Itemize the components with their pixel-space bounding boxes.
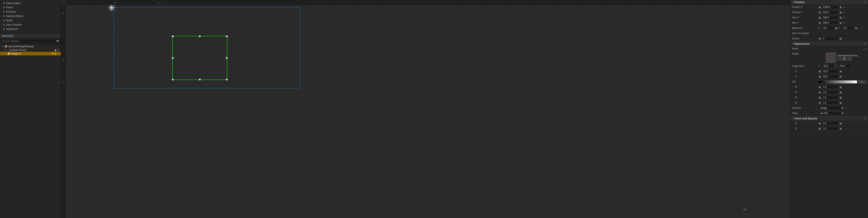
decrement-btn[interactable]: ◀	[818, 70, 821, 73]
increment-btn[interactable]: ▶	[840, 22, 842, 24]
position-y-input[interactable]	[822, 10, 839, 14]
color-opacity-header[interactable]: ▼ Color and Opacity ↺	[790, 116, 868, 121]
search-input[interactable]	[1, 39, 56, 43]
decrement-btn[interactable]: ◀	[818, 11, 821, 14]
eye-icon[interactable]: 👁	[57, 52, 59, 55]
increment-btn[interactable]: ▶	[840, 6, 842, 9]
increment-btn[interactable]: ▶	[840, 70, 842, 73]
lock-icon[interactable]: 🔒	[54, 52, 57, 55]
decrement-btn[interactable]: ◀	[818, 91, 821, 94]
sidebar-item-user-created[interactable]: ▶ User Created	[0, 23, 61, 27]
image-size-x-input[interactable]	[822, 64, 834, 68]
size-y-input[interactable]	[822, 21, 839, 25]
reset-btn[interactable]: ↺	[843, 22, 845, 24]
draw-as-dropdown[interactable]: Image	[818, 106, 844, 110]
increment-btn[interactable]: ▶	[855, 27, 858, 30]
image-browse-btn[interactable]: ←	[837, 57, 842, 61]
handle-br[interactable]	[226, 79, 228, 80]
ruler-tick: 1000	[61, 81, 65, 83]
image-clear-btn[interactable]: 🔍	[842, 57, 847, 61]
lock-icon[interactable]: 🔒	[54, 49, 57, 51]
position-header[interactable]: ▼ Position ↺	[790, 0, 868, 4]
a-input[interactable]	[822, 101, 839, 105]
handle-bm[interactable]	[199, 79, 201, 80]
image-size-y-input[interactable]	[839, 64, 851, 68]
handle-ml[interactable]	[172, 57, 174, 59]
decrement-btn[interactable]: ◀	[818, 102, 821, 104]
alignment-x-input[interactable]	[822, 26, 834, 30]
reset-btn[interactable]: ↺	[843, 11, 845, 13]
reset-btn[interactable]: ↺	[843, 6, 845, 8]
sidebar-label: Special Effects	[6, 14, 24, 17]
decrement-btn[interactable]: ◀	[818, 6, 821, 9]
x-label: X	[818, 65, 822, 67]
decrement-btn[interactable]: ◀	[818, 37, 821, 40]
decrement-btn[interactable]: ◀	[818, 86, 821, 88]
increment-btn[interactable]: ▶	[840, 127, 842, 130]
inherit-btn[interactable]: Inhe...	[858, 80, 867, 83]
handle-tr[interactable]	[226, 36, 228, 37]
increment-btn[interactable]: ▶	[840, 86, 842, 88]
tree-item-root[interactable]: ▼ 📦 [Show3DWidgetWidget]	[0, 45, 61, 48]
reset-icon[interactable]: ↺	[864, 42, 866, 45]
position-x-input[interactable]	[822, 5, 839, 9]
prop-value: ◀ ▶ ↺	[818, 10, 867, 14]
x-input[interactable]	[822, 70, 839, 73]
sidebar-item-special-effects[interactable]: ▶ Special Effects	[0, 14, 61, 18]
b-input[interactable]	[822, 96, 839, 99]
prop-value: ◀ ▶	[818, 96, 867, 99]
increment-btn[interactable]: ▶	[840, 11, 842, 14]
image-edit-btn[interactable]: ✎	[848, 57, 852, 61]
zorder-input[interactable]	[822, 37, 839, 40]
prop-value: ◀ ▶ ↺	[818, 16, 867, 19]
sidebar-item-synth[interactable]: ▶ Synth	[0, 18, 61, 23]
decrement-btn[interactable]: ◀	[818, 96, 821, 99]
increment-btn[interactable]: ▶	[840, 37, 842, 40]
appearance-header[interactable]: ▼ Appearance ↺	[790, 41, 868, 46]
increment-btn[interactable]: ▶	[840, 102, 842, 104]
size-x-input[interactable]	[822, 16, 839, 19]
decrement-btn[interactable]: ◀	[818, 22, 821, 24]
main-canvas[interactable]: ✳ 0 500 1000 500 0 -500 1000 ↗	[61, 0, 790, 218]
sidebar-item-primitive[interactable]: ▶ Primitive	[0, 9, 61, 14]
eye-icon[interactable]: 👁	[57, 49, 59, 51]
tree-item-canvas[interactable]: ▼ □ [Canvas Panel] 🔒 👁	[0, 48, 61, 52]
reset-icon[interactable]: ↺	[865, 47, 867, 50]
reset-icon[interactable]: ↺	[864, 1, 866, 4]
color-g-input[interactable]	[822, 127, 839, 131]
prop-value: ◀ ▶	[818, 75, 867, 78]
tree-item-image0[interactable]: 🖼 Image_0 🔒 👁	[0, 52, 61, 56]
size-to-content-checkbox[interactable]	[818, 32, 822, 35]
y-input[interactable]	[822, 75, 839, 78]
prop-value: ◀ ▶	[818, 37, 867, 40]
sidebar-item-advanced[interactable]: ▶ Advanced	[0, 27, 61, 31]
decrement-btn[interactable]: ◀	[818, 127, 821, 130]
sidebar-item-optimization[interactable]: ▶ Optimization	[0, 1, 61, 5]
increment-btn[interactable]: ▶	[840, 122, 842, 125]
increment-btn[interactable]: ▶	[840, 96, 842, 99]
color-r-input[interactable]	[822, 121, 839, 125]
increment-btn[interactable]: ▶	[835, 27, 838, 30]
prop-value: 3DWidgetRenderMat... ← 🔍 ✎	[818, 52, 867, 63]
decrement-btn[interactable]: ◀	[818, 75, 821, 78]
tint-bar[interactable]	[818, 80, 857, 83]
reset-icon[interactable]: ↺	[864, 117, 866, 120]
alignment-y-input[interactable]	[842, 26, 855, 30]
handle-tl[interactable]	[172, 36, 174, 37]
decrement-btn[interactable]: ◀	[818, 16, 821, 19]
decrement-btn[interactable]: ◀	[818, 122, 821, 125]
sidebar-item-panel[interactable]: ▶ Panel	[0, 5, 61, 9]
image-thumbnail[interactable]	[826, 52, 836, 63]
tiling-dropdown[interactable]: No Tile	[818, 111, 844, 115]
prop-label: Size To Content	[792, 32, 818, 35]
reset-btn[interactable]: ↺	[843, 16, 845, 19]
increment-btn[interactable]: ▶	[840, 91, 842, 94]
handle-bl[interactable]	[172, 79, 174, 80]
hierarchy-options-icon[interactable]: ⋮	[56, 34, 59, 37]
increment-btn[interactable]: ▶	[840, 75, 842, 78]
handle-tm[interactable]	[199, 36, 201, 37]
increment-btn[interactable]: ▶	[840, 16, 842, 19]
handle-mr[interactable]	[226, 57, 228, 59]
r-input[interactable]	[822, 85, 839, 89]
g-input[interactable]	[822, 90, 839, 94]
